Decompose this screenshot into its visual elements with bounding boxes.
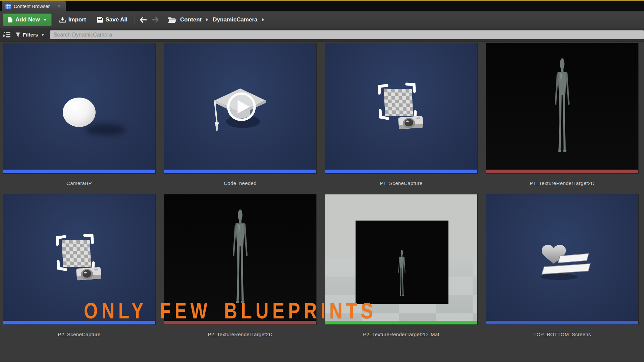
asset-thumbnail [164,43,317,174]
asset-label: P1_TextureRenderTarget2D [486,180,639,186]
import-icon [59,17,66,23]
chevron-down-icon: ▼ [41,33,45,37]
asset-label: CameraBP [3,180,156,186]
save-all-label: Save All [106,16,128,23]
asset-label: P2_TextureRenderTarget2D [164,331,317,337]
save-icon [97,17,103,23]
add-new-button[interactable]: Add New ▼ [3,13,52,26]
asset-item[interactable]: Code_needed [164,43,317,194]
asset-label: P1_SceneCapture [325,180,478,186]
asset-type-color-bar [325,170,477,173]
tab-bar: Content Browser ✕ [0,1,644,11]
save-all-button[interactable]: Save All [93,13,132,26]
tab-content-browser[interactable]: Content Browser ✕ [2,1,66,11]
mannequin-figure [393,249,411,300]
back-button[interactable] [140,16,148,23]
scene-capture-icon [50,233,109,286]
asset-type-color-bar [486,321,638,324]
forward-button[interactable] [151,16,159,23]
breadcrumb-separator-icon [206,18,209,22]
asset-thumbnail [486,194,639,325]
add-new-label: Add New [15,16,40,23]
toolbar-divider [135,14,135,25]
asset-thumbnail [325,43,478,174]
widget-blueprint-icon [531,237,593,282]
new-asset-icon [7,17,13,23]
asset-type-color-bar [486,170,638,173]
filter-funnel-icon [15,32,20,37]
import-button[interactable]: Import [55,13,91,26]
asset-item[interactable]: P1_SceneCapture [325,43,478,194]
main-toolbar: Add New ▼ Import Save All Cont [0,11,644,28]
overlay-caption: ONLY FEW BLUEPRINTS [84,298,377,323]
asset-item[interactable]: TOP_BOTTOM_Screens [486,194,639,345]
filters-label: Filters [23,32,38,38]
breadcrumb: Content DynamicCamera [180,16,264,23]
search-input[interactable] [50,30,644,39]
asset-thumbnail [486,43,639,174]
content-browser-icon [5,4,11,9]
asset-label: TOP_BOTTOM_Screens [486,331,639,337]
sphere-shadow [85,124,125,135]
toolbar-divider [164,14,164,25]
asset-label: P2_SceneCapture [3,331,156,337]
scene-capture-icon [372,81,431,135]
asset-label: P2_TextureRenderTarget2D_Mat [325,331,478,337]
breadcrumb-content[interactable]: Content [180,16,202,23]
sources-list-icon [3,32,11,38]
render-target-screen [356,221,448,304]
chevron-down-icon: ▼ [43,18,47,22]
folder-open-icon [168,16,177,23]
asset-thumbnail [3,43,156,174]
breadcrumb-dynamiccamera[interactable]: DynamicCamera [213,16,257,23]
asset-item[interactable]: CameraBP [3,43,156,194]
filters-button[interactable]: Filters ▼ [12,32,48,38]
media-playable-icon [208,81,272,136]
mannequin-figure [222,208,259,311]
sphere-thumbnail [63,98,96,127]
filter-bar: Filters ▼ [0,28,644,42]
sources-panel-toggle[interactable] [2,31,12,39]
mannequin-figure [544,57,581,160]
asset-item[interactable]: P1_TextureRenderTarget2D [486,43,639,194]
asset-type-color-bar [3,170,155,173]
asset-label: Code_needed [164,180,317,186]
tab-close-icon[interactable]: ✕ [57,4,61,9]
import-label: Import [68,16,86,23]
breadcrumb-expand-icon[interactable] [262,18,265,22]
tab-title: Content Browser [14,4,50,9]
asset-type-color-bar [164,170,316,173]
